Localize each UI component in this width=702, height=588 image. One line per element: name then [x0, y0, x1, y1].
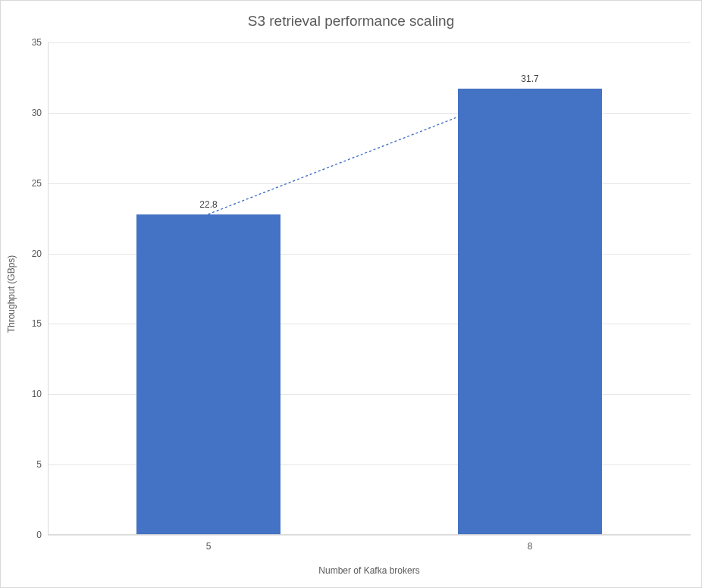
y-tick-label: 30 — [32, 108, 48, 118]
y-tick-label: 10 — [32, 389, 48, 399]
bar — [458, 89, 603, 535]
y-axis-title: Throughput (GBps) — [6, 255, 17, 333]
data-label: 31.7 — [521, 74, 538, 89]
y-tick-label: 35 — [32, 37, 48, 48]
plot-border-left — [48, 42, 49, 535]
data-label: 22.8 — [199, 199, 217, 214]
plot-border-bottom — [48, 534, 691, 535]
x-tick-label: 8 — [528, 535, 533, 552]
plot-area: 22.831.7 0510152025303558 — [48, 42, 691, 535]
y-tick-label: 25 — [32, 178, 48, 189]
y-tick-label: 5 — [36, 459, 48, 470]
y-tick-label: 0 — [36, 530, 48, 540]
chart-title: S3 retrieval performance scaling — [1, 13, 701, 30]
y-tick-label: 15 — [32, 318, 48, 329]
gridline — [48, 535, 691, 536]
bar — [136, 214, 281, 535]
x-axis-title: Number of Kafka brokers — [48, 565, 691, 576]
x-tick-label: 5 — [206, 535, 212, 552]
bars-layer: 22.831.7 — [48, 42, 691, 535]
chart-frame: S3 retrieval performance scaling Through… — [0, 0, 702, 588]
y-tick-label: 20 — [32, 249, 48, 259]
